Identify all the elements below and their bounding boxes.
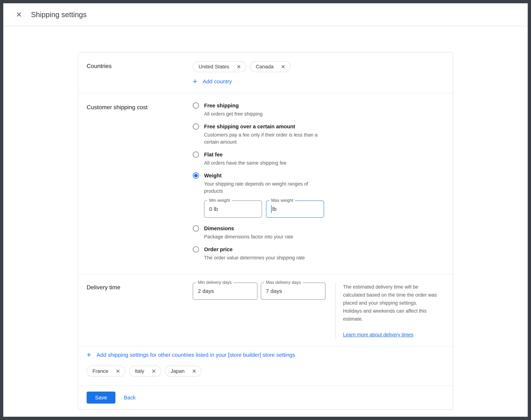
max-weight-suffix: lb	[272, 206, 276, 212]
option-weight: Weight Your shipping rate depends on wei…	[193, 172, 444, 218]
other-countries-section: + Add shipping settings for other countr…	[78, 347, 453, 386]
settings-card: Countries United States ✕ Canada ✕ + Add…	[78, 52, 453, 410]
option-description: Your shipping rate depends on weight ran…	[204, 180, 324, 195]
delivery-content: Min delivery days 2 days Max delivery da…	[193, 283, 445, 339]
chip-united-states[interactable]: United States ✕	[193, 61, 246, 72]
chip-label: Canada	[256, 64, 273, 70]
shipping-cost-label: Customer shipping cost	[87, 103, 193, 267]
max-delivery-days-label: Max delivery days	[264, 280, 303, 285]
shipping-cost-section: Customer shipping cost Free shipping All…	[78, 93, 453, 274]
close-icon[interactable]: ✕	[15, 10, 23, 19]
plus-icon: +	[193, 78, 197, 85]
min-delivery-days-label: Min delivery days	[196, 280, 233, 285]
option-label: Weight	[204, 173, 222, 179]
chip-label: France	[92, 368, 108, 374]
option-order-price: Order price The order value determines y…	[193, 246, 444, 261]
actions-row: Save Back	[78, 386, 453, 409]
option-description: Customers pay a fee only if their order …	[204, 131, 324, 146]
delivery-time-section: Delivery time Min delivery days 2 days M…	[78, 274, 453, 346]
radio-row-free-shipping[interactable]: Free shipping	[193, 103, 239, 109]
chip-france[interactable]: France ✕	[87, 366, 125, 377]
radio-row-free-over-amount[interactable]: Free shipping over a certain amount	[193, 123, 295, 130]
shipping-settings-dialog: ✕ Shipping settings Countries United Sta…	[3, 3, 528, 417]
option-free-shipping: Free shipping All orders get free shippi…	[193, 103, 444, 118]
add-shipping-settings-label: Add shipping settings for other countrie…	[97, 352, 295, 358]
delivery-fields: Min delivery days 2 days Max delivery da…	[193, 283, 325, 339]
option-description: All orders have the same shipping fee	[204, 160, 324, 167]
option-free-over-amount: Free shipping over a certain amount Cust…	[193, 123, 444, 146]
remove-icon[interactable]: ✕	[281, 64, 285, 70]
radio-row-order-price[interactable]: Order price	[193, 246, 232, 253]
max-delivery-days-value: 7 days	[266, 288, 282, 294]
note-line: Holidays and weekends can affect this	[343, 307, 445, 315]
radio-free-over-amount[interactable]	[193, 123, 199, 130]
other-country-chips: France ✕ Italy ✕ Japan ✕	[87, 366, 444, 377]
option-label: Free shipping	[204, 103, 239, 109]
radio-weight-selected[interactable]	[193, 172, 199, 179]
radio-row-flat-fee[interactable]: Flat fee	[193, 151, 223, 158]
option-label: Order price	[204, 246, 232, 253]
chip-label: Japan	[171, 368, 184, 374]
remove-icon[interactable]: ✕	[116, 368, 120, 375]
option-dimensions: Dimensions Package dimensions factor int…	[193, 225, 444, 240]
add-country-label: Add country	[203, 78, 232, 85]
option-label: Dimensions	[204, 225, 234, 231]
max-weight-label: Max weight	[269, 198, 295, 203]
radio-order-price[interactable]	[193, 246, 199, 253]
learn-more-link[interactable]: Learn more about delivery times	[343, 331, 413, 339]
vertical-divider	[335, 283, 336, 339]
chip-label: United States	[198, 64, 229, 70]
note-line: estimate.	[343, 315, 445, 323]
chip-italy[interactable]: Italy ✕	[129, 366, 161, 377]
countries-content: United States ✕ Canada ✕ + Add country	[193, 61, 444, 85]
min-delivery-days-value: 2 days	[198, 288, 214, 294]
radio-free-shipping[interactable]	[193, 103, 199, 109]
chip-japan[interactable]: Japan ✕	[165, 366, 201, 377]
dialog-header: ✕ Shipping settings	[3, 3, 528, 26]
remove-icon[interactable]: ✕	[192, 368, 197, 375]
countries-label: Countries	[87, 61, 193, 85]
delivery-time-label: Delivery time	[87, 283, 193, 339]
weight-fields: Min weight 0 lb Max weight lb	[204, 200, 444, 218]
chip-label: Italy	[135, 368, 144, 374]
chip-canada[interactable]: Canada ✕	[250, 61, 290, 72]
option-description: All orders get free shipping	[204, 110, 324, 118]
max-weight-value: lb	[271, 205, 276, 213]
add-shipping-settings-button[interactable]: + Add shipping settings for other countr…	[87, 352, 295, 358]
min-weight-input[interactable]: Min weight 0 lb	[204, 200, 262, 218]
note-line: The estimated delivery time will be	[343, 283, 445, 291]
countries-section: Countries United States ✕ Canada ✕ + Add…	[78, 53, 453, 93]
add-country-button[interactable]: + Add country	[193, 78, 232, 85]
radio-row-dimensions[interactable]: Dimensions	[193, 225, 234, 231]
back-link[interactable]: Back	[124, 395, 136, 401]
note-line: calculated based on the time the order w…	[343, 291, 445, 299]
min-weight-value: 0 lb	[209, 206, 218, 212]
page-title: Shipping settings	[31, 11, 87, 19]
save-button[interactable]: Save	[87, 391, 115, 404]
max-delivery-days-input[interactable]: Max delivery days 7 days	[261, 283, 325, 300]
option-label: Free shipping over a certain amount	[204, 124, 295, 130]
country-chips: United States ✕ Canada ✕	[193, 61, 444, 72]
min-weight-label: Min weight	[207, 198, 232, 203]
option-flat-fee: Flat fee All orders have the same shippi…	[193, 151, 444, 167]
note-line: placed and your shipping settings.	[343, 299, 445, 307]
delivery-note: The estimated delivery time will be calc…	[343, 283, 445, 339]
shipping-cost-options: Free shipping All orders get free shippi…	[193, 103, 444, 267]
remove-icon[interactable]: ✕	[152, 368, 156, 375]
max-weight-input[interactable]: Max weight lb	[266, 200, 324, 218]
radio-flat-fee[interactable]	[193, 151, 199, 158]
min-delivery-days-input[interactable]: Min delivery days 2 days	[193, 283, 258, 300]
radio-row-weight[interactable]: Weight	[193, 172, 222, 179]
option-description: The order value determines your shipping…	[204, 254, 324, 261]
option-label: Flat fee	[204, 152, 223, 158]
text-cursor	[271, 205, 272, 213]
plus-icon: +	[87, 352, 91, 358]
option-description: Package dimensions factor into your rate	[204, 233, 324, 240]
remove-icon[interactable]: ✕	[237, 64, 241, 70]
radio-dimensions[interactable]	[193, 225, 199, 231]
